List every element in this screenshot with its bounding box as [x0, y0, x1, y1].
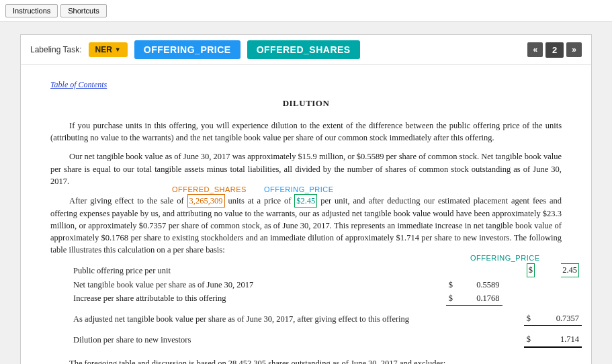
caret-down-icon: ▼	[115, 46, 121, 53]
row-value: 0.5589	[459, 278, 502, 291]
workspace: Labeling Task: NER ▼ OFFERING_PRICE OFFE…	[0, 22, 612, 364]
currency-symbol: $	[446, 278, 459, 291]
row-label: Public offering price per unit	[71, 263, 446, 277]
annotation-offering-price[interactable]: $2.45	[294, 194, 317, 208]
document-viewer[interactable]: Table of Contents DILUTION If you purcha…	[21, 65, 591, 364]
task-bar: Labeling Task: NER ▼ OFFERING_PRICE OFFE…	[21, 35, 591, 65]
pager-page-number: 2	[545, 42, 564, 58]
task-label: Labeling Task:	[30, 45, 82, 54]
labeling-panel: Labeling Task: NER ▼ OFFERING_PRICE OFFE…	[20, 34, 592, 364]
ner-dropdown[interactable]: NER ▼	[89, 42, 128, 57]
table-row: As adjusted net tangible book value per …	[71, 312, 582, 326]
toc-link[interactable]: Table of Contents	[50, 80, 107, 89]
dilution-table: Public offering price per unit OFFERING_…	[71, 263, 582, 348]
paragraph-1[interactable]: If you purchase units in this offering, …	[50, 120, 562, 144]
row-value: 1.714	[539, 332, 582, 347]
annotation-label-offering-price: OFFERING_PRICE	[264, 185, 334, 195]
pager-next-button[interactable]: »	[566, 42, 582, 57]
app-toolbar: Instructions Shortcuts	[0, 0, 612, 22]
p3-text-pre: After giving effect to the sale of	[69, 196, 187, 206]
ner-dropdown-label: NER	[95, 45, 112, 54]
paragraph-3-container: OFFERED_SHARES OFFERING_PRICE After givi…	[50, 194, 562, 257]
row-label: Net tangible book value per share as of …	[71, 278, 446, 291]
table-row: Dilution per share to new investors $ 1.…	[71, 332, 582, 347]
currency-symbol: $	[524, 332, 539, 347]
annotation-offering-price-table[interactable]: $	[527, 263, 535, 277]
row-label: Dilution per share to new investors	[71, 332, 446, 347]
row-value: 0.7357	[539, 312, 582, 326]
table-row: Net tangible book value per share as of …	[71, 278, 582, 291]
shortcuts-button[interactable]: Shortcuts	[60, 4, 106, 17]
tag-offered-shares[interactable]: OFFERED_SHARES	[247, 40, 360, 59]
row-label: As adjusted net tangible book value per …	[71, 312, 446, 326]
row-value: 0.1768	[459, 291, 502, 306]
currency-symbol: $	[524, 312, 539, 326]
pager-prev-button[interactable]: «	[527, 42, 543, 57]
currency-symbol: $	[446, 291, 459, 306]
table-row: Increase per share attributable to this …	[71, 291, 582, 306]
annotation-label-offering-price-table: OFFERING_PRICE	[470, 253, 540, 264]
annotation-offered-shares[interactable]: 3,265,309	[187, 194, 225, 208]
instructions-button[interactable]: Instructions	[5, 4, 58, 17]
annotation-offering-price-value[interactable]: 2.45	[561, 263, 579, 277]
p3-text-mid: units at a price of	[225, 196, 295, 206]
tag-offering-price[interactable]: OFFERING_PRICE	[134, 40, 241, 59]
table-row: Public offering price per unit OFFERING_…	[71, 263, 582, 277]
paragraph-4[interactable]: The foregoing table and discussion is ba…	[50, 357, 562, 364]
row-label: Increase per share attributable to this …	[71, 291, 446, 306]
annotation-label-offered-shares: OFFERED_SHARES	[172, 185, 247, 195]
pager: « 2 »	[527, 42, 582, 58]
paragraph-3[interactable]: After giving effect to the sale of 3,265…	[50, 194, 562, 257]
doc-title: DILUTION	[50, 97, 562, 110]
paragraph-2[interactable]: Our net tangible book value as of June 3…	[50, 150, 562, 187]
